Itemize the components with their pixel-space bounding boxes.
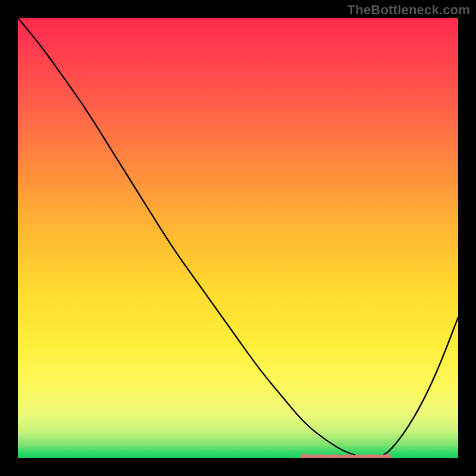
chart-stage: TheBottleneck.com	[0, 0, 476, 476]
bottleneck-curve	[18, 18, 458, 458]
curve-layer	[18, 18, 458, 458]
watermark-text: TheBottleneck.com	[347, 2, 470, 18]
optimal-range-endpoint	[301, 453, 308, 458]
plot-area	[18, 18, 458, 458]
